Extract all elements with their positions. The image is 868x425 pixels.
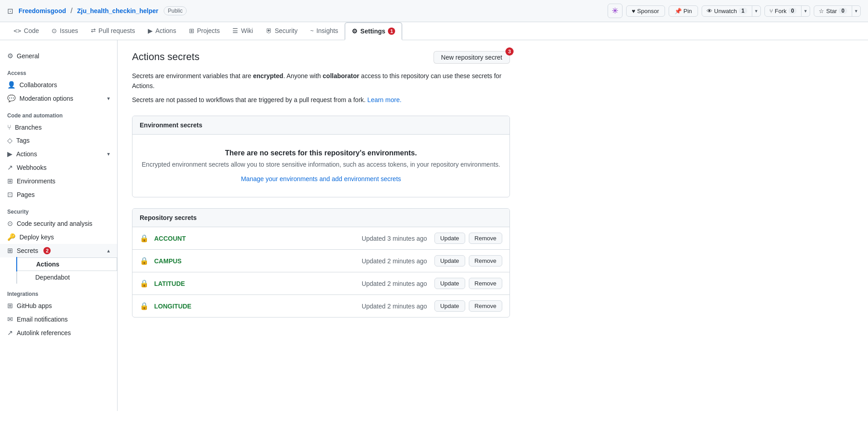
secret-name-account: ACCOUNT <box>154 235 362 242</box>
remove-button-campus[interactable]: Remove <box>469 255 502 266</box>
branches-icon: ⑂ <box>7 123 11 131</box>
sidebar-item-environments[interactable]: ⊞ Environments <box>0 174 117 188</box>
new-repository-secret-button[interactable]: New repository secret <box>434 51 510 64</box>
issues-icon: ⊙ <box>52 27 57 34</box>
sidebar-item-pages[interactable]: ⊡ Pages <box>0 188 117 201</box>
moderation-chevron-icon: ▾ <box>107 95 110 102</box>
fork-dropdown[interactable]: ▾ <box>802 6 810 16</box>
star-button[interactable]: ☆ Star 0 <box>814 6 852 16</box>
update-button-account[interactable]: Update <box>434 233 465 244</box>
sidebar-item-general[interactable]: ⚙ General <box>0 49 117 63</box>
sidebar-item-webhooks[interactable]: ↗ Webhooks <box>0 161 117 174</box>
remove-button-latitude[interactable]: Remove <box>469 278 502 289</box>
general-icon: ⚙ <box>7 52 13 60</box>
tab-wiki[interactable]: ☰ Wiki <box>226 23 259 40</box>
repo-secrets-header: Repository secrets <box>132 209 509 227</box>
pin-button[interactable]: 📌 Pin <box>669 5 698 17</box>
repo-name[interactable]: Zju_health_checkin_helper <box>77 7 158 14</box>
tab-projects[interactable]: ⊞ Projects <box>183 23 226 40</box>
lock-icon-longitude: 🔒 <box>140 302 149 310</box>
sidebar-item-moderation[interactable]: 💬 Moderation options ▾ <box>0 92 117 105</box>
sidebar-item-branches[interactable]: ⑂ Branches <box>0 121 117 134</box>
unwatch-label: Unwatch <box>714 8 737 14</box>
snowflake-icon: ✳ <box>612 6 618 16</box>
sidebar-collaborators-label: Collaborators <box>19 81 57 89</box>
secret-name-campus: CAMPUS <box>154 257 362 265</box>
update-button-longitude[interactable]: Update <box>434 300 465 312</box>
sidebar-item-github-apps[interactable]: ⊞ GitHub apps <box>0 299 117 313</box>
sidebar-item-email-notifications[interactable]: ✉ Email notifications <box>0 313 117 326</box>
sidebar-sub-item-dependabot[interactable]: Dependabot <box>16 271 117 284</box>
autolink-icon: ↗ <box>7 329 13 337</box>
fork-label: Fork <box>775 8 787 14</box>
sidebar-secrets-wrapper: ⊞ Secrets 2 ▴ Actions Dependabot <box>0 244 117 284</box>
sidebar-item-collaborators[interactable]: 👤 Collaborators <box>0 78 117 92</box>
sidebar-item-actions-expandable[interactable]: ▶ Actions ▾ <box>0 147 117 161</box>
lock-icon-account: 🔒 <box>140 234 149 243</box>
repository-secrets-box: Repository secrets 🔒 ACCOUNT Updated 3 m… <box>132 208 510 318</box>
sponsor-button[interactable]: ♥ Sponsor <box>626 5 665 17</box>
moderation-icon: 💬 <box>7 94 16 103</box>
star-count: 0 <box>839 8 847 14</box>
secret-row-campus: 🔒 CAMPUS Updated 2 minutes ago Update Re… <box>132 250 509 272</box>
page-title: Actions secrets <box>132 51 199 63</box>
environments-icon: ⊞ <box>7 177 13 185</box>
main-content: ⚙ General Access 👤 Collaborators 💬 Moder… <box>0 40 868 411</box>
secret-name-longitude: LONGITUDE <box>154 303 362 310</box>
actions-active-bar <box>16 257 17 271</box>
sidebar-item-tags[interactable]: ◇ Tags <box>0 134 117 147</box>
star-label: Star <box>826 8 837 14</box>
star-button-group: ☆ Star 0 ▾ <box>814 5 861 17</box>
remove-button-longitude[interactable]: Remove <box>469 300 502 312</box>
encrypted-text: encrypted <box>253 72 283 79</box>
secrets-sub-items: Actions Dependabot <box>0 257 117 284</box>
sidebar-pages-label: Pages <box>17 191 35 198</box>
secret-actions-account: Update Remove <box>434 233 502 244</box>
sidebar-sub-item-actions[interactable]: Actions <box>16 257 117 271</box>
fork-button[interactable]: ⑂ Fork 0 <box>765 6 802 16</box>
sidebar-item-deploy-keys[interactable]: 🔑 Deploy keys <box>0 230 117 244</box>
tab-insights[interactable]: ~ Insights <box>304 23 344 40</box>
sidebar-item-code-security[interactable]: ⊙ Code security and analysis <box>0 217 117 230</box>
unwatch-button[interactable]: 👁 Unwatch 1 <box>702 6 752 16</box>
manage-environments-link[interactable]: Manage your environments and add environ… <box>241 175 401 182</box>
star-dropdown[interactable]: ▾ <box>852 6 860 16</box>
visibility-badge: Public <box>164 6 187 15</box>
tab-issues[interactable]: ⊙ Issues <box>45 23 84 40</box>
sidebar-webhooks-label: Webhooks <box>17 164 47 171</box>
repo-icon: ⊡ <box>7 7 13 15</box>
repo-separator: / <box>71 7 72 15</box>
code-icon: <> <box>14 27 21 34</box>
secret-row-longitude: 🔒 LONGITUDE Updated 2 minutes ago Update… <box>132 295 509 317</box>
learn-more-link[interactable]: Learn more. <box>368 96 401 103</box>
secret-updated-longitude: Updated 2 minutes ago <box>362 303 427 310</box>
tab-actions[interactable]: ▶ Actions <box>142 23 183 40</box>
sidebar-item-secrets[interactable]: ⊞ Secrets 2 ▴ <box>0 244 117 257</box>
tab-security-label: Security <box>275 27 298 34</box>
tab-settings[interactable]: ⚙ Settings 1 <box>344 22 402 40</box>
fork-icon: ⑂ <box>769 8 773 14</box>
env-secrets-empty: There are no secrets for this repository… <box>132 135 509 197</box>
env-secrets-empty-desc: Encrypted environment secrets allow you … <box>140 161 502 168</box>
secrets-actions-sub-wrapper: Actions <box>0 257 117 271</box>
repo-owner[interactable]: Freedomisgood <box>19 7 66 14</box>
sidebar-item-autolink[interactable]: ↗ Autolink references <box>0 326 117 340</box>
unwatch-button-group: 👁 Unwatch 1 ▾ <box>702 5 761 17</box>
eye-icon: 👁 <box>707 8 712 14</box>
tab-pull-requests[interactable]: ⇄ Pull requests <box>85 23 142 40</box>
tab-insights-label: Insights <box>316 27 338 34</box>
actions-sidebar-icon: ▶ <box>7 150 13 158</box>
new-secret-wrapper: New repository secret 3 <box>434 51 510 64</box>
snowflake-button[interactable]: ✳ <box>608 4 623 18</box>
update-button-latitude[interactable]: Update <box>434 278 465 289</box>
email-icon: ✉ <box>7 315 13 323</box>
tab-security[interactable]: ⛨ Security <box>259 23 304 40</box>
description-line2: Secrets are not passed to workflows that… <box>132 95 510 105</box>
tab-code[interactable]: <> Code <box>7 23 45 40</box>
update-button-campus[interactable]: Update <box>434 255 465 266</box>
pr-icon: ⇄ <box>91 27 96 34</box>
actions-icon: ▶ <box>148 27 153 34</box>
remove-button-account[interactable]: Remove <box>469 233 502 244</box>
content-header: Actions secrets New repository secret 3 <box>132 51 510 64</box>
unwatch-dropdown[interactable]: ▾ <box>752 6 760 16</box>
